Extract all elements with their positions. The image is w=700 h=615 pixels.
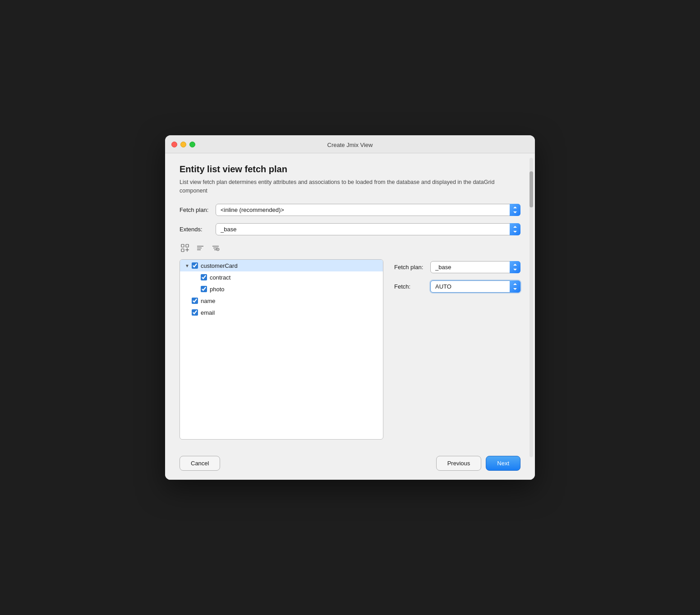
label-photo: photo: [210, 286, 225, 293]
svg-rect-2: [181, 249, 184, 252]
scrollbar-track: [530, 158, 533, 458]
right-fetch-plan-label: Fetch plan:: [394, 264, 426, 271]
previous-button[interactable]: Previous: [436, 456, 482, 471]
cancel-button[interactable]: Cancel: [180, 456, 220, 471]
scrollbar-thumb[interactable]: [530, 171, 533, 207]
checkbox-customerCard[interactable]: [192, 262, 198, 269]
maximize-button[interactable]: [189, 142, 195, 147]
checkbox-email[interactable]: [192, 309, 198, 316]
collapse-icon: [196, 244, 204, 252]
chevron-email: [184, 309, 191, 316]
minimize-button[interactable]: [180, 142, 186, 147]
dialog-window: Create Jmix View Entity list view fetch …: [165, 135, 535, 480]
tree-item-contract[interactable]: contract: [180, 271, 383, 283]
tree-panel: ▼ customerCard contract photo: [180, 259, 383, 440]
right-fetch-label: Fetch:: [394, 283, 426, 290]
svg-rect-1: [186, 244, 189, 247]
chevron-customerCard: ▼: [184, 262, 191, 269]
expand-all-icon: [181, 244, 189, 252]
extends-label: Extends:: [180, 226, 216, 233]
right-fetch-plan-row: Fetch plan: _base _local _minimal: [394, 261, 520, 273]
right-fetch-row: Fetch: AUTO JOIN SELECT SUBSELECT BATCH: [394, 280, 520, 293]
extends-select[interactable]: _base _local _minimal: [216, 223, 520, 235]
extends-row: Extends: _base _local _minimal: [180, 223, 520, 235]
right-fetch-select[interactable]: AUTO JOIN SELECT SUBSELECT BATCH: [430, 280, 520, 293]
fetch-plan-select-wrapper: <inline (recommended)> _base _local _min…: [216, 204, 520, 216]
extends-select-wrapper: _base _local _minimal: [216, 223, 520, 235]
label-customerCard: customerCard: [201, 262, 238, 269]
tree-item-customerCard[interactable]: ▼ customerCard: [180, 260, 383, 271]
footer: Cancel Previous Next: [165, 449, 535, 480]
right-fetch-plan-select[interactable]: _base _local _minimal: [430, 261, 520, 273]
traffic-lights: [171, 142, 195, 147]
tree-item-name[interactable]: name: [180, 295, 383, 307]
footer-right: Previous Next: [436, 456, 520, 471]
content-area: Entity list view fetch plan List view fe…: [165, 153, 535, 449]
tree-toolbar: [180, 243, 520, 255]
main-area: ▼ customerCard contract photo: [180, 259, 520, 440]
label-email: email: [201, 309, 215, 316]
page-title: Entity list view fetch plan: [180, 164, 520, 174]
right-panel: Fetch plan: _base _local _minimal Fetch:: [394, 259, 520, 440]
window-title: Create Jmix View: [327, 142, 373, 148]
checkbox-photo[interactable]: [201, 286, 207, 292]
next-button[interactable]: Next: [486, 456, 520, 471]
filter-button[interactable]: [210, 243, 221, 255]
close-button[interactable]: [171, 142, 177, 147]
label-contract: contract: [210, 274, 230, 281]
fetch-plan-row: Fetch plan: <inline (recommended)> _base…: [180, 204, 520, 216]
checkbox-name[interactable]: [192, 298, 198, 304]
fetch-plan-select[interactable]: <inline (recommended)> _base _local _min…: [216, 204, 520, 216]
chevron-name: [184, 297, 191, 304]
expand-all-button[interactable]: [180, 243, 190, 255]
label-name: name: [201, 298, 216, 304]
chevron-contract: [193, 274, 200, 281]
right-fetch-plan-select-wrapper: _base _local _minimal: [430, 261, 520, 273]
collapse-button[interactable]: [195, 243, 206, 255]
tree-item-email[interactable]: email: [180, 307, 383, 318]
fetch-plan-label: Fetch plan:: [180, 207, 216, 213]
svg-rect-0: [181, 244, 184, 247]
tree-item-photo[interactable]: photo: [180, 283, 383, 295]
chevron-photo: [193, 285, 200, 293]
page-description: List view fetch plan determines entity a…: [180, 178, 520, 195]
right-fetch-select-wrapper: AUTO JOIN SELECT SUBSELECT BATCH: [430, 280, 520, 293]
filter-icon: [212, 244, 220, 252]
checkbox-contract[interactable]: [201, 274, 207, 280]
title-bar: Create Jmix View: [165, 135, 535, 153]
